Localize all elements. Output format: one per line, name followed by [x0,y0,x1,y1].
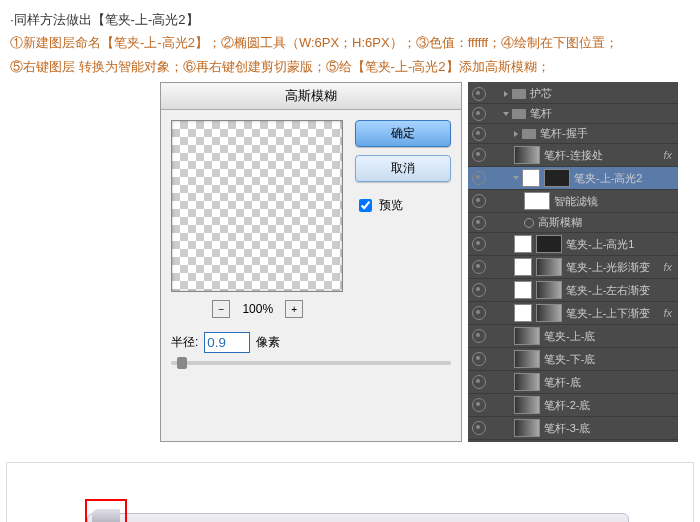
visibility-icon[interactable] [472,148,486,162]
preview-area[interactable] [171,120,343,292]
cancel-button[interactable]: 取消 [355,155,451,182]
instruction-line-2: ⑤右键图层 转换为智能对象；⑥再右键创建剪切蒙版；⑤给【笔夹-上-高光2】添加高… [10,55,690,78]
mask-thumb [514,304,532,322]
expand-icon[interactable] [504,91,508,97]
layer-row[interactable]: 笔夹-上-底 [468,325,678,348]
layer-name: 护芯 [530,86,552,101]
layer-row[interactable]: 智能滤镜 [468,190,678,213]
layer-thumb [514,327,540,345]
visibility-icon[interactable] [472,216,486,230]
folder-icon [512,109,526,119]
layer-name: 笔夹-上-左右渐变 [566,283,650,298]
result-preview [6,462,694,522]
layer-thumb [536,258,562,276]
mask-thumb [522,169,540,187]
layer-row[interactable]: 笔杆-3-底 [468,417,678,440]
layer-row[interactable]: 护芯 [468,84,678,104]
layer-row[interactable]: 笔夹-上-左右渐变 [468,279,678,302]
layer-name: 笔杆-底 [544,375,581,390]
layer-row[interactable]: 笔杆 [468,104,678,124]
visibility-icon[interactable] [472,398,486,412]
expand-icon[interactable] [503,112,509,116]
visibility-icon[interactable] [472,194,486,208]
folder-icon [512,89,526,99]
layer-name: 笔夹-上-上下渐变 [566,306,650,321]
effect-icon [524,218,534,228]
radius-label: 半径: [171,334,198,351]
visibility-icon[interactable] [472,352,486,366]
layer-thumb [514,419,540,437]
layer-row[interactable]: 笔夹-上-高光2 [468,167,678,190]
layers-panel: 护芯笔杆笔杆-握手笔杆-连接处fx笔夹-上-高光2智能滤镜高斯模糊笔夹-上-高光… [468,82,678,442]
expand-icon[interactable] [514,131,518,137]
filter-mask-thumb [524,192,550,210]
layer-row[interactable]: 笔夹-上-光影渐变fx [468,256,678,279]
visibility-icon[interactable] [472,375,486,389]
ok-button[interactable]: 确定 [355,120,451,147]
folder-icon [522,129,536,139]
layer-name: 智能滤镜 [554,194,598,209]
visibility-icon[interactable] [472,237,486,251]
layer-row[interactable]: 笔杆-底 [468,371,678,394]
fx-badge[interactable]: fx [663,149,674,161]
layer-thumb [536,304,562,322]
radius-input[interactable] [204,332,250,353]
layer-row[interactable]: 高斯模糊 [468,213,678,233]
layer-thumb [536,235,562,253]
layer-thumb [544,169,570,187]
mask-thumb [514,235,532,253]
layer-name: 高斯模糊 [538,215,582,230]
layer-name: 笔夹-上-光影渐变 [566,260,650,275]
visibility-icon[interactable] [472,107,486,121]
layer-thumb [514,146,540,164]
zoom-in-button[interactable]: + [285,300,303,318]
layer-thumb [536,281,562,299]
visibility-icon[interactable] [472,127,486,141]
layer-name: 笔杆-握手 [540,126,588,141]
layer-name: 笔夹-下-底 [544,352,595,367]
radius-slider[interactable] [171,361,451,365]
layer-row[interactable]: 笔夹-上-上下渐变fx [468,302,678,325]
visibility-icon[interactable] [472,329,486,343]
pen-clip [87,513,629,522]
preview-checkbox[interactable]: 预览 [355,196,451,215]
instruction-line-1: ①新建图层命名【笔夹-上-高光2】；②椭圆工具（W:6PX；H:6PX）；③色值… [10,31,690,54]
highlight-marker [85,499,127,522]
zoom-out-button[interactable]: − [212,300,230,318]
layer-name: 笔夹-上-高光1 [566,237,634,252]
dialog-title: 高斯模糊 [161,83,461,110]
layer-row[interactable]: 笔杆-握手 [468,124,678,144]
layer-name: 笔杆-3-底 [544,421,590,436]
instruction-line-0: ·同样方法做出【笔夹-上-高光2】 [10,8,690,31]
fx-badge[interactable]: fx [663,261,674,273]
visibility-icon[interactable] [472,171,486,185]
layer-name: 笔杆-2-底 [544,398,590,413]
layer-thumb [514,350,540,368]
mask-thumb [514,258,532,276]
expand-icon[interactable] [513,176,519,180]
layer-row[interactable]: 笔杆-2-底 [468,394,678,417]
layer-thumb [514,396,540,414]
visibility-icon[interactable] [472,306,486,320]
preview-checkbox-input[interactable] [359,199,372,212]
layer-name: 笔夹-上-高光2 [574,171,642,186]
layer-row[interactable]: 笔夹-上-高光1 [468,233,678,256]
visibility-icon[interactable] [472,283,486,297]
layer-row[interactable]: 笔杆-连接处fx [468,144,678,167]
layer-name: 笔杆-连接处 [544,148,603,163]
fx-badge[interactable]: fx [663,307,674,319]
layer-row[interactable]: 笔夹-下-底 [468,348,678,371]
radius-unit: 像素 [256,334,280,351]
zoom-level: 100% [242,302,273,316]
layer-name: 笔杆 [530,106,552,121]
visibility-icon[interactable] [472,87,486,101]
layer-name: 笔夹-上-底 [544,329,595,344]
mask-thumb [514,281,532,299]
layer-thumb [514,373,540,391]
visibility-icon[interactable] [472,260,486,274]
gaussian-blur-dialog: 高斯模糊 − 100% + 确定 取消 预览 半径: [160,82,462,442]
visibility-icon[interactable] [472,421,486,435]
